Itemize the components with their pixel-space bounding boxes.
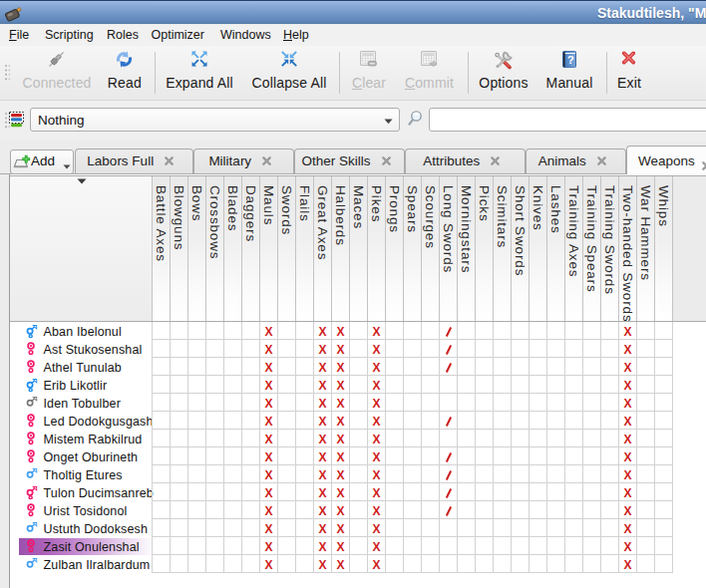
svg-text:?: ? [566, 54, 573, 66]
